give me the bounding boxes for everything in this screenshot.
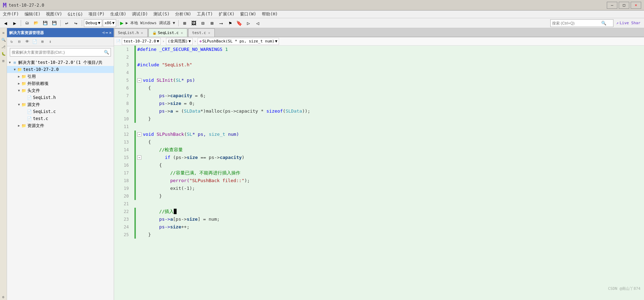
green-bar-20	[134, 192, 136, 200]
tree-node-ext-deps[interactable]: ▶ 📁 外部依赖项	[7, 80, 114, 87]
menu-item-编辑(E)[interactable]: 编辑(E)	[22, 11, 44, 18]
line-num-17: 17	[115, 169, 129, 177]
nav-function-dropdown[interactable]: ⊕ SLPushBack(SL * ps, size_t num) ▼	[198, 38, 279, 45]
nav-back-button[interactable]: ◁	[253, 19, 262, 27]
collapse-btn-line-5[interactable]: −	[137, 78, 141, 82]
show-all-button[interactable]: 👁	[24, 38, 31, 45]
code-content[interactable]: #define _CRT_SECURE_NO_WARNINGS 1#includ…	[132, 46, 644, 300]
menu-item-Git(G)[interactable]: Git(G)	[65, 11, 86, 18]
tab-seqlist-c[interactable]: 🔒 SeqList.c ✕	[148, 28, 188, 37]
new-file-button[interactable]: 📄	[31, 38, 38, 45]
filter-button[interactable]: ⊞	[39, 38, 46, 45]
collapse-all-button[interactable]: ⊟	[16, 38, 23, 45]
step-over-button[interactable]: ⟶	[217, 19, 225, 27]
flag-button[interactable]: ⚑	[226, 19, 234, 27]
tree-node-references[interactable]: ▶ 📁 引用	[7, 73, 114, 80]
tab-test-c-close[interactable]: ✕	[207, 31, 211, 35]
open-button[interactable]: 📂	[32, 19, 40, 27]
line-num-14: 14	[115, 146, 129, 154]
collapse-btn-line-15[interactable]: −	[137, 155, 141, 160]
references-icon: 📁	[21, 74, 27, 79]
menu-item-视图(V)[interactable]: 视图(V)	[43, 11, 65, 18]
tree-node-sources[interactable]: ▼ 📁 源文件	[7, 101, 114, 108]
platform-dropdown[interactable]: x86 ▼	[103, 19, 117, 27]
menu-item-扩展(X)[interactable]: 扩展(X)	[216, 11, 238, 18]
tree-node-seqlist-c[interactable]: ▶ 📄 SeqList.c	[7, 108, 114, 115]
tab-seqlist-h-close[interactable]: ✕	[140, 31, 144, 35]
tab-seqlist-h[interactable]: SeqList.h ✕	[114, 28, 148, 37]
back-button[interactable]: ◀	[1, 19, 10, 27]
project-node[interactable]: ▼ 📁 test-10-27-2.0	[7, 66, 114, 73]
bookmarks-button[interactable]: ⊞	[180, 19, 189, 27]
solution-search-box[interactable]: 🔍	[10, 48, 111, 56]
menu-item-工具(T)[interactable]: 工具(T)	[194, 11, 216, 18]
sidebar-icon-bottom-1[interactable]: ⚙	[0, 294, 7, 300]
sidebar-icon-2[interactable]: 🔍	[0, 36, 7, 43]
save-button[interactable]: 💾	[41, 19, 49, 27]
redo-button[interactable]: ↪	[72, 19, 80, 27]
undo-button[interactable]: ↩	[62, 19, 71, 27]
menu-item-调试(D)[interactable]: 调试(D)	[129, 11, 151, 18]
close-panel-icon[interactable]: ✕	[109, 30, 112, 35]
sidebar-icon-3[interactable]: ⎇	[0, 44, 7, 50]
live-share-button[interactable]: ↗ Live Shar	[614, 21, 643, 25]
code-editor[interactable]: 1234567891011121314151617181920212223242…	[114, 46, 644, 300]
save-all-button[interactable]: 💾	[50, 19, 59, 27]
profiler-button[interactable]: ⊟	[199, 19, 207, 27]
tree-node-headers[interactable]: ▼ 📁 头文件	[7, 87, 114, 94]
sidebar-icon-5[interactable]: ⊞	[0, 58, 7, 64]
menu-item-项目(P)[interactable]: 项目(P)	[86, 11, 107, 18]
green-bar-8	[134, 100, 136, 107]
menu-item-测试(S)[interactable]: 测试(S)	[151, 11, 172, 18]
solution-search-input[interactable]	[12, 50, 104, 54]
unpin-icon[interactable]: ↔	[106, 30, 108, 35]
line-num-21: 21	[115, 200, 129, 208]
project-toggle[interactable]: ▼	[13, 67, 17, 72]
solution-root-node[interactable]: ▼ ⊞ 解决方案'test-10-27-2.0'(1 个项目/共	[7, 59, 114, 66]
forward-button[interactable]: ▶	[11, 19, 19, 27]
headers-toggle[interactable]: ▼	[17, 88, 21, 93]
resources-toggle[interactable]: ▶	[17, 124, 21, 128]
menu-item-窗口(W)[interactable]: 窗口(W)	[237, 11, 259, 18]
screenshot-button[interactable]: 🖼	[190, 19, 198, 27]
close-button[interactable]: ✕	[631, 2, 641, 9]
tab-seqlist-c-close[interactable]: ✕	[180, 31, 184, 35]
maximize-button[interactable]: □	[619, 2, 629, 9]
pin-icon[interactable]: ⊣	[102, 30, 104, 35]
tab-test-c[interactable]: test.c ✕	[188, 28, 215, 37]
nav-fwd-button[interactable]: ▷	[244, 19, 253, 27]
code-line-4	[134, 69, 644, 76]
refresh-button[interactable]: ↻	[8, 38, 15, 45]
new-project-button[interactable]: 🗂	[23, 19, 31, 27]
ext-deps-toggle[interactable]: ▶	[17, 81, 21, 86]
code-line-2	[134, 53, 644, 61]
run-debugger-button[interactable]: ▶ ▶ 本地 Windows 调试器 ▼	[120, 20, 177, 26]
minimize-button[interactable]: —	[607, 2, 617, 9]
search-box-toolbar[interactable]: 🔍	[550, 19, 613, 27]
bookmark-button[interactable]: 🔖	[235, 19, 244, 27]
sidebar-icon-4[interactable]: 🐛	[0, 51, 7, 57]
tree-node-resources[interactable]: ▶ 📁 资源文件	[7, 122, 114, 129]
collapse-btn-line-12[interactable]: −	[137, 132, 141, 136]
solution-toggle[interactable]: ▼	[8, 60, 12, 65]
search-input-toolbar[interactable]	[552, 21, 601, 25]
line-num-5: 5	[115, 76, 129, 84]
attach-button[interactable]: ⊞	[208, 19, 216, 27]
menu-item-分析(N)[interactable]: 分析(N)	[172, 11, 194, 18]
nav-scope-dropdown[interactable]: (全局范围) ▼	[166, 38, 193, 45]
sources-toggle[interactable]: ▼	[17, 102, 21, 107]
no-bar-21	[134, 200, 136, 208]
menu-item-文件(F)[interactable]: 文件(F)	[0, 11, 22, 18]
filter2-button[interactable]: ↕	[47, 38, 54, 45]
nav-project-dropdown[interactable]: test-10-27-2.0 ▼	[122, 38, 161, 45]
references-toggle[interactable]: ▶	[17, 74, 21, 79]
tree-node-test-c[interactable]: ▶ 📄 test.c	[7, 115, 114, 122]
sidebar-icon-1[interactable]: ≡	[0, 29, 7, 36]
tree-node-seqlist-h[interactable]: ▶ 📄 SeqList.h	[7, 94, 114, 101]
tab-seqlist-c-label: SeqList.c	[158, 31, 179, 35]
config-dropdown[interactable]: Debug ▼	[84, 19, 102, 27]
title-text: test-10-27-2.0	[9, 3, 44, 8]
menu-item-帮助(H)[interactable]: 帮助(H)	[259, 11, 281, 18]
menu-item-生成(B)[interactable]: 生成(B)	[107, 11, 129, 18]
nav-file-icon: 📄	[116, 39, 120, 43]
